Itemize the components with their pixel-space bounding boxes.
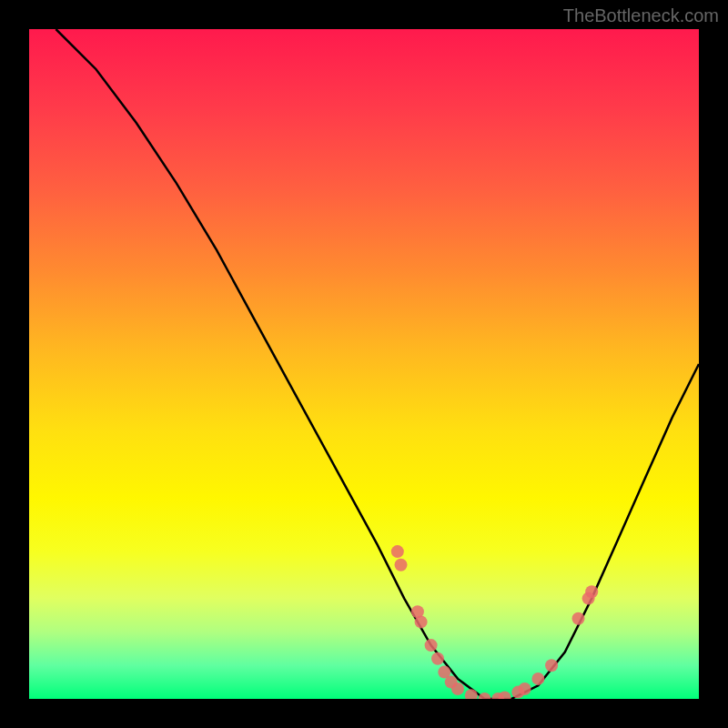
data-point	[391, 545, 404, 558]
data-point	[585, 585, 598, 598]
data-point	[451, 682, 464, 695]
data-point	[415, 615, 428, 628]
data-point	[479, 693, 491, 699]
data-point	[545, 659, 558, 672]
bottleneck-curve	[56, 29, 699, 699]
plot-area	[29, 29, 699, 699]
chart-container: TheBottleneck.com	[0, 0, 728, 728]
data-point	[431, 652, 444, 665]
data-point	[395, 559, 408, 571]
data-point	[572, 612, 585, 625]
curve-svg	[29, 29, 699, 699]
highlight-points	[391, 545, 598, 699]
data-point	[531, 672, 544, 685]
data-point	[425, 639, 438, 652]
data-point	[465, 689, 478, 699]
data-point	[499, 692, 511, 700]
data-point	[519, 682, 531, 695]
watermark-text: TheBottleneck.com	[563, 5, 719, 26]
